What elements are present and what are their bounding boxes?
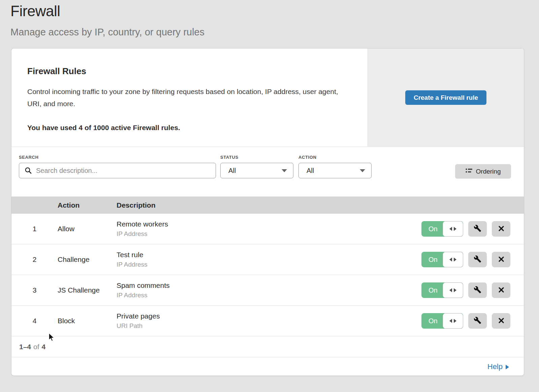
wrench-icon (474, 316, 481, 325)
rule-action: Block (58, 317, 117, 325)
status-select[interactable]: All (220, 163, 293, 178)
rule-enabled-toggle[interactable]: On (421, 221, 463, 237)
action-column-header: Action (58, 201, 117, 209)
section-description: Control incoming traffic to your zone by… (27, 86, 344, 110)
close-icon (498, 225, 505, 233)
intro-action-pane: Create a Firewall rule (368, 49, 524, 147)
section-title: Firewall Rules (27, 66, 344, 77)
rule-enabled-toggle[interactable]: On (421, 282, 463, 298)
table-row: 1 Allow Remote workers IP Address On (11, 214, 524, 244)
close-icon (498, 317, 505, 325)
drag-handle-icon[interactable] (443, 252, 463, 267)
table-row: 2 Challenge Test rule IP Address On (11, 244, 524, 275)
create-firewall-rule-button[interactable]: Create a Firewall rule (405, 90, 486, 105)
ordering-button-label: Ordering (476, 168, 501, 175)
ordering-button[interactable]: Ordering (455, 164, 511, 179)
search-label: SEARCH (19, 155, 216, 160)
edit-rule-button[interactable] (468, 282, 487, 298)
pagination-range: 1–4 (19, 343, 31, 351)
rule-description: Spam comments (117, 281, 421, 290)
page-header: Firewall Manage access by IP, country, o… (0, 0, 539, 38)
action-select[interactable]: All (298, 163, 372, 178)
rule-priority: 4 (11, 317, 58, 325)
edit-rule-button[interactable] (468, 252, 487, 267)
drag-handle-icon[interactable] (443, 282, 463, 298)
table-header: Action Description (11, 197, 524, 214)
rule-enabled-toggle[interactable]: On (421, 252, 463, 267)
delete-rule-button[interactable] (492, 252, 510, 267)
intro-text-pane: Firewall Rules Control incoming traffic … (11, 49, 368, 147)
pagination-total: 4 (42, 343, 46, 351)
usage-summary: You have used 4 of 1000 active Firewall … (27, 124, 344, 132)
help-link[interactable]: Help (487, 362, 509, 371)
rule-action: JS Challenge (58, 286, 117, 294)
close-icon (498, 256, 505, 264)
action-label: ACTION (298, 155, 372, 160)
status-selected-value: All (228, 167, 236, 175)
search-icon (25, 167, 32, 176)
rule-action: Challenge (58, 255, 117, 264)
rule-description: Test rule (117, 251, 421, 259)
filter-bar: SEARCH STATUS All ACTION All (11, 147, 524, 197)
search-filter-group: SEARCH (19, 155, 216, 178)
pagination-of: of (33, 343, 39, 351)
page-subtitle: Manage access by IP, country, or query r… (10, 27, 539, 38)
description-column-header: Description (117, 201, 524, 209)
status-label: STATUS (220, 155, 293, 160)
drag-handle-icon[interactable] (443, 221, 463, 237)
wrench-icon (474, 286, 481, 295)
rule-priority: 3 (11, 286, 58, 294)
rule-priority: 2 (11, 255, 58, 264)
chevron-down-icon (360, 169, 365, 172)
rule-field: IP Address (117, 261, 421, 268)
card-footer: Help (11, 357, 524, 376)
rule-field: URI Path (117, 322, 421, 330)
rule-action: Allow (58, 225, 117, 233)
rule-description: Private pages (117, 312, 421, 320)
chevron-down-icon (282, 169, 287, 172)
rule-field: IP Address (117, 230, 421, 238)
edit-rule-button[interactable] (468, 313, 487, 329)
search-input[interactable] (19, 163, 216, 178)
ordering-icon (466, 168, 472, 175)
delete-rule-button[interactable] (492, 313, 510, 329)
table-row: 3 JS Challenge Spam comments IP Address … (11, 275, 524, 306)
rule-priority: 1 (11, 225, 58, 233)
action-filter-group: ACTION All (298, 155, 372, 178)
pagination-summary: 1–4 of 4 (11, 336, 524, 357)
drag-handle-icon[interactable] (443, 313, 463, 329)
rule-enabled-toggle[interactable]: On (421, 313, 463, 329)
delete-rule-button[interactable] (492, 282, 510, 298)
table-row: 4 Block Private pages URI Path On (11, 306, 524, 336)
rule-description: Remote workers (117, 220, 421, 228)
page-title: Firewall (10, 3, 539, 20)
status-filter-group: STATUS All (220, 155, 293, 178)
intro-section: Firewall Rules Control incoming traffic … (11, 49, 524, 147)
close-icon (498, 287, 505, 294)
wrench-icon (474, 224, 481, 233)
edit-rule-button[interactable] (468, 221, 487, 237)
action-selected-value: All (307, 167, 314, 175)
help-link-label: Help (487, 362, 503, 371)
wrench-icon (474, 255, 481, 264)
firewall-rules-card: Firewall Rules Control incoming traffic … (11, 48, 524, 376)
rule-field: IP Address (117, 292, 421, 299)
help-arrow-icon (506, 365, 509, 369)
delete-rule-button[interactable] (492, 221, 510, 237)
